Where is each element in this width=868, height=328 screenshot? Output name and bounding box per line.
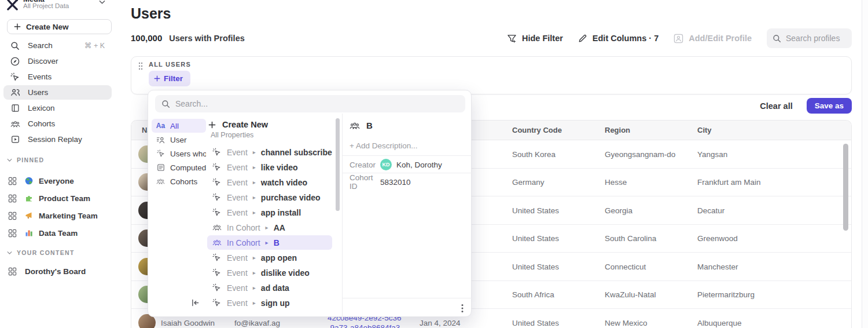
create-new-button[interactable]: Create New (7, 19, 112, 34)
sidebar-item-label: Lexicon (28, 104, 55, 112)
sidebar-item-events[interactable]: Events (3, 70, 112, 84)
sidebar-board-product-team[interactable]: Product Team (3, 191, 112, 205)
globe-icon (25, 177, 35, 185)
search-profiles-input[interactable] (786, 34, 847, 43)
your-content-section-header[interactable]: YOUR CONTENT (7, 248, 111, 257)
sidebar-board-marketing-team[interactable]: Marketing Team (3, 209, 112, 223)
search-profiles-box (767, 28, 852, 48)
cell-country-code: United States (512, 234, 559, 243)
add-description-button[interactable]: + Add Description... (350, 141, 417, 150)
project-selector[interactable]: Media All Project Data (3, 0, 118, 16)
edit-columns-button[interactable]: Edit Columns · 7 (578, 34, 659, 43)
sidebar-item-users[interactable]: Users (3, 85, 112, 100)
sidebar-board-dorothys-board[interactable]: Dorothy's Board (3, 264, 112, 278)
board-label: Everyone (39, 177, 74, 185)
column-header-region[interactable]: Region (605, 126, 630, 134)
property-item-event[interactable]: Event▸ dislike video (207, 265, 332, 280)
category-users-who-did[interactable]: Users who di... (152, 147, 206, 161)
category-all[interactable]: Aa All (152, 119, 206, 133)
window-scrollbar[interactable] (862, 0, 868, 328)
event-sparkle-icon (156, 150, 165, 158)
hide-filter-button[interactable]: Hide Filter (507, 34, 563, 43)
property-item-cohort[interactable]: In Cohort▸ AA (207, 220, 332, 235)
property-item-event[interactable]: Event▸ app open (207, 250, 332, 265)
app-window: Media All Project Data Create New Search… (0, 0, 868, 328)
profile-badge-icon (674, 34, 683, 43)
cell-city: Decatur (697, 206, 724, 214)
event-sparkle-icon (212, 208, 222, 217)
plus-icon (208, 121, 216, 129)
column-header-city[interactable]: City (697, 126, 712, 134)
sidebar-board-everyone[interactable]: Everyone (3, 174, 112, 188)
sidebar-item-search[interactable]: Search ⌘ + K (3, 38, 112, 53)
bar-chart-icon (25, 229, 35, 237)
sidebar-item-discover[interactable]: Discover (3, 54, 112, 68)
cell-country-code: South Korea (512, 150, 556, 158)
collapse-panel-icon[interactable] (191, 299, 200, 307)
more-options-icon[interactable] (461, 304, 464, 313)
edit-columns-label: Edit Columns · 7 (593, 34, 659, 43)
property-item-event[interactable]: Event▸ ad data (207, 280, 332, 295)
category-cohorts[interactable]: Cohorts (152, 174, 206, 188)
add-filter-button[interactable]: Filter (149, 71, 190, 86)
property-item-event[interactable]: Event▸ sign up (207, 296, 332, 310)
property-item-event[interactable]: Event▸ channel subscribe (207, 145, 332, 159)
cohorts-icon (212, 239, 222, 246)
property-item-event[interactable]: Event▸ app install (207, 205, 332, 220)
clear-all-button[interactable]: Clear all (760, 101, 792, 111)
sidebar-item-session-replay[interactable]: Session Replay (3, 132, 112, 147)
category-computed[interactable]: Computed (152, 161, 206, 174)
table-scrollbar[interactable] (843, 144, 848, 231)
category-label: User (170, 136, 187, 144)
event-sparkle-icon (212, 178, 222, 187)
drag-handle-icon[interactable] (138, 62, 143, 70)
category-user[interactable]: User (152, 133, 206, 147)
cell-country-code: South Africa (512, 290, 554, 299)
plus-icon (154, 75, 160, 82)
chevron-down-icon (99, 0, 105, 5)
cohorts-icon (10, 119, 20, 129)
section-label: PINNED (17, 156, 44, 163)
megaphone-icon (25, 212, 35, 220)
hide-filter-label: Hide Filter (522, 34, 563, 43)
sidebar-item-cohorts[interactable]: Cohorts (3, 116, 112, 131)
board-grid-icon (8, 194, 17, 203)
chevron-right-icon: ▸ (253, 254, 256, 261)
chevron-down-icon (7, 251, 12, 255)
cell-city: Frankfurt am Main (697, 178, 761, 187)
property-item-event[interactable]: Event▸ watch video (207, 175, 332, 189)
cell-region: Hesse (605, 178, 627, 187)
event-sparkle-icon (212, 148, 222, 156)
search-icon (773, 34, 781, 43)
cell-city: Greenwood (697, 234, 738, 243)
cell-updated-date: Jan 4, 2024 (420, 318, 461, 327)
replay-icon (10, 134, 20, 145)
cohorts-icon (212, 224, 222, 231)
pinned-section-header[interactable]: PINNED (7, 155, 111, 165)
column-header-country-code[interactable]: Country Code (512, 126, 562, 134)
profile-count-label[interactable]: Users with Profiles (169, 34, 245, 43)
computed-icon (156, 163, 165, 172)
cell-country-code: United States (512, 206, 559, 214)
board-grid-icon (8, 212, 17, 220)
sidebar-item-lexicon[interactable]: Lexicon (3, 101, 112, 115)
dropdown-search-input[interactable] (175, 99, 442, 108)
cell-name: Isaiah Goodwin (161, 318, 215, 327)
chevron-right-icon: ▸ (253, 285, 256, 291)
dropdown-create-new-button[interactable]: Create New (208, 117, 268, 132)
property-item-event[interactable]: Event▸ like video (207, 160, 332, 174)
cohort-id-value: 5832010 (380, 178, 411, 187)
sidebar-board-data-team[interactable]: Data Team (3, 226, 112, 240)
project-subtitle: All Project Data (23, 2, 69, 9)
search-icon (161, 100, 170, 108)
cell-city: Pietermaritzburg (697, 290, 755, 299)
add-edit-profile-button[interactable]: Add/Edit Profile (674, 34, 752, 43)
dropdown-scrollbar[interactable] (336, 118, 340, 211)
cell-region: Gyeongsangnam-do (605, 150, 675, 158)
save-as-button[interactable]: Save as (807, 98, 852, 114)
category-label: Computed (170, 163, 206, 172)
sidebar-item-label: Users (28, 88, 48, 97)
property-item-event[interactable]: Event▸ purchase video (207, 190, 332, 205)
property-item-cohort-b[interactable]: In Cohort▸ B (207, 235, 332, 250)
cohort-title: B (366, 121, 373, 130)
